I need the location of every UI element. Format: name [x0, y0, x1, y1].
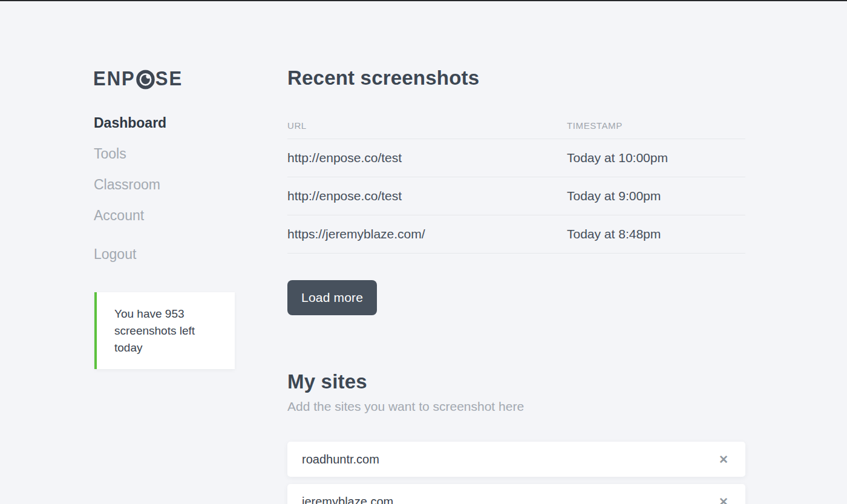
logo-text-left: ENP — [93, 68, 136, 91]
screenshot-url: http://enpose.co/test — [287, 151, 567, 165]
sidebar-item-logout[interactable]: Logout — [94, 246, 166, 263]
main-content: Recent screenshots URL TIMESTAMP http://… — [287, 0, 745, 504]
sidebar-item-classroom[interactable]: Classroom — [94, 177, 166, 193]
quota-text: You have 953 screenshots left today — [114, 306, 219, 356]
sidebar-item-dashboard[interactable]: Dashboard — [94, 115, 166, 131]
table-row[interactable]: http://enpose.co/test Today at 10:00pm — [287, 139, 745, 177]
sidebar-item-tools[interactable]: Tools — [94, 146, 166, 162]
my-sites-title: My sites — [287, 370, 367, 393]
screenshot-url: https://jeremyblaze.com/ — [287, 227, 567, 241]
camera-lens-icon — [136, 70, 155, 90]
sidebar-item-account[interactable]: Account — [94, 208, 166, 224]
load-more-button[interactable]: Load more — [287, 280, 377, 315]
table-row[interactable]: http://enpose.co/test Today at 9:00pm — [287, 177, 745, 215]
sidebar-nav: Dashboard Tools Classroom Account Logout — [94, 115, 166, 277]
screenshot-timestamp: Today at 10:00pm — [567, 151, 668, 165]
recent-screenshots-title: Recent screenshots — [287, 67, 479, 90]
screenshot-timestamp: Today at 8:48pm — [567, 227, 661, 241]
remove-site-icon[interactable]: ✕ — [719, 496, 728, 504]
table-row[interactable]: https://jeremyblaze.com/ Today at 8:48pm — [287, 215, 745, 254]
column-header-timestamp: TIMESTAMP — [567, 120, 623, 131]
enpose-logo: ENP SE — [93, 68, 238, 91]
site-input-row[interactable]: jeremyblaze.com ✕ — [287, 484, 745, 504]
site-name: jeremyblaze.com — [302, 495, 393, 504]
logo-text-right: SE — [155, 68, 183, 91]
remove-site-icon[interactable]: ✕ — [719, 454, 728, 465]
column-header-url: URL — [287, 120, 567, 131]
recent-screenshots-table: URL TIMESTAMP http://enpose.co/test Toda… — [287, 113, 745, 254]
screenshot-url: http://enpose.co/test — [287, 189, 567, 203]
quota-card: You have 953 screenshots left today — [94, 292, 235, 369]
my-sites-subtitle: Add the sites you want to screenshot her… — [287, 399, 524, 414]
site-name: roadhuntr.com — [302, 453, 379, 466]
site-input-row[interactable]: roadhuntr.com ✕ — [287, 442, 745, 477]
table-header-row: URL TIMESTAMP — [287, 113, 745, 139]
sidebar: ENP SE Dashboard Tools Classroom Account… — [93, 68, 238, 90]
screenshot-timestamp: Today at 9:00pm — [567, 189, 661, 203]
